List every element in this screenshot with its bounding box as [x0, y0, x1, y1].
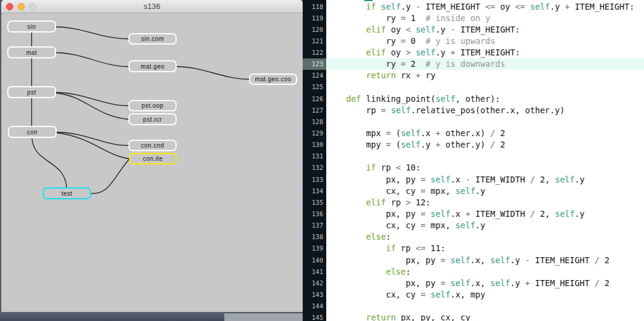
code-line-126[interactable]: 126 def linking_point(self, other):	[303, 93, 644, 105]
code-line-143[interactable]: 143 cx, cy = self.x, mpy	[303, 289, 644, 301]
line-number: 125	[303, 81, 326, 93]
code-line-125[interactable]: 125	[303, 81, 644, 93]
node-label: mat.geo	[140, 63, 165, 70]
line-number: 138	[303, 231, 326, 243]
line-number: 139	[303, 243, 326, 254]
node-mat.geo.coo[interactable]: mat.geo.coo	[249, 73, 297, 85]
code-line-132[interactable]: 132 if rp < 10:	[303, 162, 644, 173]
node-label: sin.com	[141, 36, 164, 42]
node-label: pst.oop	[142, 102, 163, 109]
code-line-127[interactable]: 127 rp = self.relative_pos(other.x, othe…	[303, 105, 644, 116]
code-line-138[interactable]: 138 else:	[303, 231, 644, 243]
edge-sin-to-sin.com	[56, 27, 128, 39]
line-number: 119	[303, 13, 326, 24]
node-test[interactable]: test	[43, 187, 91, 199]
line-number: 124	[303, 70, 326, 81]
line-number: 131	[303, 151, 326, 162]
edge-pst-to-pst.rcr	[56, 93, 128, 120]
code-line-140[interactable]: 140 px, py = self.x, self.y - ITEM_HEIGH…	[303, 255, 644, 266]
code-text: elif oy > self.y + ITEM_HEIGHT:	[326, 47, 644, 58]
code-line-118[interactable]: 118 if self.y - ITEM_HEIGHT <= oy <= sel…	[303, 1, 644, 13]
code-line-133[interactable]: 133 px, py = self.x - ITEM_WIDTH / 2, se…	[303, 174, 644, 185]
code-line-145[interactable]: 145 return px, py, cx, cy	[303, 312, 644, 321]
code-line-134[interactable]: 134 cx, cy = mpx, self.y	[303, 185, 644, 197]
code-line-142[interactable]: 142 px, py = self.x, self.y + ITEM_HEIGH…	[303, 278, 644, 289]
node-con.cnd[interactable]: con.cnd	[128, 140, 177, 151]
desktop-background: s136 sinmatpstconsin.commat.geomat.geo.c…	[0, 0, 303, 321]
code-text	[326, 81, 644, 93]
node-graph-canvas[interactable]: sinmatpstconsin.commat.geomat.geo.coopst…	[0, 0, 303, 321]
node-sin[interactable]: sin	[7, 20, 56, 33]
code-line-139[interactable]: 139 if rp <= 11:	[303, 243, 644, 254]
line-number: 123	[303, 58, 326, 70]
node-label: con	[27, 129, 38, 136]
node-label: pst.rcr	[143, 116, 162, 123]
edge-mat-to-mat.geo	[56, 53, 128, 67]
code-line-141[interactable]: 141 else:	[303, 266, 644, 278]
node-label: pst	[27, 89, 36, 96]
code-text: px, py = self.x, self.y + ITEM_HEIGHT / …	[326, 278, 644, 289]
code-text: cx, cy = mpx, self.y	[326, 220, 644, 231]
edge-mat.geo-to-mat.geo.coo	[177, 67, 249, 79]
code-line-136[interactable]: 136 px, py = self.x + ITEM_WIDTH / 2, se…	[303, 208, 644, 220]
node-label: con.ite	[143, 155, 163, 162]
line-number: 132	[303, 162, 326, 173]
line-number: 142	[303, 278, 326, 289]
code-line-123[interactable]: 123 ry = 2 # y is downwards	[303, 58, 644, 70]
node-label: mat.geo.coo	[255, 76, 292, 83]
line-number: 144	[303, 301, 326, 312]
code-lines: 118 if self.y - ITEM_HEIGHT <= oy <= sel…	[303, 1, 644, 321]
node-mat[interactable]: mat	[7, 46, 56, 58]
code-text: else:	[326, 266, 644, 278]
line-number: 137	[303, 220, 326, 231]
node-label: test	[62, 190, 72, 197]
edge-test-to-con.ite	[92, 160, 130, 194]
edge-con-to-con.cnd	[57, 132, 128, 146]
node-con[interactable]: con	[8, 126, 57, 138]
code-line-131[interactable]: 131	[303, 151, 644, 162]
code-line-137[interactable]: 137 cx, cy = mpx, self.y	[303, 220, 644, 231]
code-line-122[interactable]: 122 elif oy > self.y + ITEM_HEIGHT:	[303, 47, 644, 58]
edge-con-to-con.ite	[57, 133, 129, 159]
code-line-120[interactable]: 120 elif oy < self.y - ITEM_HEIGHT:	[303, 24, 644, 36]
code-text: elif rp > 12:	[326, 197, 644, 208]
node-pst[interactable]: pst	[7, 86, 56, 98]
code-text: if rp <= 11:	[326, 243, 644, 254]
node-con.ite[interactable]: con.ite	[129, 153, 177, 164]
line-number: 136	[303, 208, 326, 220]
code-editor[interactable]: 118 if self.y - ITEM_HEIGHT <= oy <= sel…	[303, 0, 644, 321]
code-line-128[interactable]: 128	[303, 116, 644, 128]
code-line-129[interactable]: 129 mpx = (self.x + other.x) / 2	[303, 128, 644, 139]
line-number: 122	[303, 47, 326, 58]
line-number: 121	[303, 36, 326, 47]
code-text: def linking_point(self, other):	[326, 93, 644, 105]
node-label: sin	[27, 23, 36, 30]
code-text: if rp < 10:	[326, 162, 644, 173]
node-sin.com[interactable]: sin.com	[128, 33, 177, 45]
line-number: 133	[303, 174, 326, 185]
line-number: 140	[303, 255, 326, 266]
node-mat.geo[interactable]: mat.geo	[128, 60, 177, 72]
code-line-121[interactable]: 121 ry = 0 # y is upwards	[303, 36, 644, 47]
line-number: 118	[303, 1, 326, 13]
code-line-144[interactable]: 144	[303, 301, 644, 312]
code-text: return rx + ry	[326, 70, 644, 81]
code-text: ry = 1 # inside on y	[326, 13, 644, 24]
code-text: mpy = (self.y + other.y) / 2	[326, 139, 644, 151]
code-text: ry = 2 # y is downwards	[326, 58, 644, 70]
node-pst.oop[interactable]: pst.oop	[128, 100, 177, 111]
code-line-124[interactable]: 124 return rx + ry	[303, 70, 644, 81]
line-number: 127	[303, 105, 326, 116]
code-text: mpx = (self.x + other.x) / 2	[326, 128, 644, 139]
code-text: px, py = self.x + ITEM_WIDTH / 2, self.y	[326, 208, 644, 220]
line-number: 143	[303, 289, 326, 301]
edge-pst-to-pst.oop	[56, 93, 128, 106]
screen: s136 sinmatpstconsin.commat.geomat.geo.c…	[0, 0, 644, 321]
code-line-130[interactable]: 130 mpy = (self.y + other.y) / 2	[303, 139, 644, 151]
line-number: 135	[303, 197, 326, 208]
code-text: cx, cy = self.x, mpy	[326, 289, 644, 301]
code-line-135[interactable]: 135 elif rp > 12:	[303, 197, 644, 208]
code-line-119[interactable]: 119 ry = 1 # inside on y	[303, 13, 644, 24]
node-pst.rcr[interactable]: pst.rcr	[128, 113, 177, 125]
edge-con-to-test	[32, 139, 67, 188]
